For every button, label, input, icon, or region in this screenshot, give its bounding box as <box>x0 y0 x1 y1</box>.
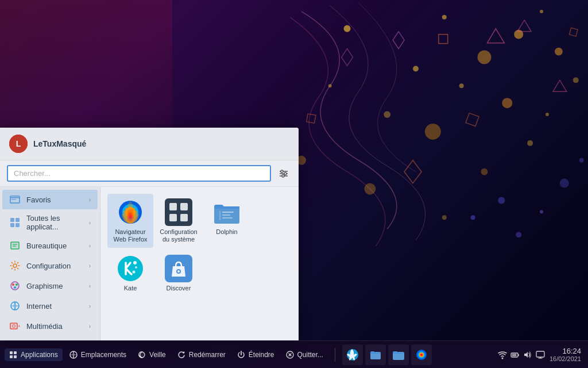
svg-point-90 <box>177 270 180 273</box>
svg-point-53 <box>13 264 17 267</box>
sidebar-item-all-apps[interactable]: Toutes les applicat... › <box>2 210 98 235</box>
svg-point-9 <box>384 111 390 118</box>
menu-apps-grid: Navigateur Web Firefox Configuration du … <box>100 187 299 340</box>
app-item-dolphin[interactable]: Dolphin <box>204 194 250 248</box>
quitter-button[interactable]: Quitter... <box>281 348 328 361</box>
sidebar-configuration-label: Configuration <box>26 262 83 270</box>
taskbar: Applications Emplacements Veille Redémar… <box>0 340 588 368</box>
applications-label: Applications <box>21 351 58 359</box>
sidebar-item-favoris[interactable]: Favoris › <box>2 190 98 209</box>
sidebar-item-multimedia[interactable]: Multimédia › <box>2 316 98 336</box>
favoris-arrow: › <box>89 197 91 203</box>
app-item-discover[interactable]: Discover <box>156 250 202 297</box>
svg-point-17 <box>573 77 579 83</box>
applications-button[interactable]: Applications <box>5 348 63 361</box>
menu-header: L LeTuxMasqué <box>0 128 299 160</box>
veille-label: Veille <box>149 351 166 359</box>
kicker-button[interactable] <box>342 344 363 365</box>
configuration-icon <box>9 260 21 271</box>
battery-tray-icon[interactable] <box>510 350 520 359</box>
sidebar-multimedia-label: Multimédia <box>26 322 83 331</box>
svg-point-55 <box>12 283 14 286</box>
app-item-kate[interactable]: Kate <box>107 250 153 297</box>
menu-search-bar <box>0 160 299 187</box>
kate-app-icon <box>117 255 144 282</box>
svg-rect-22 <box>569 28 578 36</box>
svg-rect-111 <box>512 354 516 356</box>
svg-rect-112 <box>536 351 544 357</box>
sidebar-item-bureautique[interactable]: Bureautique › <box>2 236 98 255</box>
svg-point-87 <box>133 271 136 274</box>
svg-rect-82 <box>222 214 230 216</box>
system-settings-app-label: Configuration du système <box>158 228 199 243</box>
taskbar-clock[interactable]: 16:24 16/02/2021 <box>550 347 581 362</box>
svg-point-0 <box>344 25 351 32</box>
taskbar-separator-1 <box>335 348 335 362</box>
veille-button[interactable]: Veille <box>133 348 171 361</box>
dolphin-app-icon <box>213 198 241 226</box>
svg-point-5 <box>413 66 419 71</box>
svg-rect-21 <box>439 34 448 44</box>
svg-point-34 <box>579 158 584 163</box>
discover-app-icon <box>165 255 192 282</box>
internet-arrow: › <box>89 303 91 309</box>
svg-point-56 <box>16 283 18 286</box>
app-item-system-settings[interactable]: Configuration du système <box>156 194 202 248</box>
sidebar-item-graphisme[interactable]: Graphisme › <box>2 276 98 296</box>
volume-tray-icon[interactable] <box>523 350 532 359</box>
sidebar-internet-label: Internet <box>26 302 83 310</box>
files-button[interactable] <box>365 344 386 365</box>
svg-rect-24 <box>466 113 479 126</box>
sidebar-item-configuration[interactable]: Configuration › <box>2 256 98 275</box>
network-tray-icon[interactable] <box>498 350 507 359</box>
graphisme-icon <box>9 280 21 292</box>
svg-marker-28 <box>404 160 421 183</box>
svg-point-33 <box>560 179 569 188</box>
svg-text:L: L <box>16 139 21 148</box>
favoris-icon <box>9 194 21 205</box>
svg-point-108 <box>501 357 503 359</box>
firefox-app-label: Navigateur Web Firefox <box>110 228 151 243</box>
svg-point-86 <box>135 266 137 269</box>
user-name: LeTuxMasqué <box>33 139 86 148</box>
system-settings-app-icon <box>165 198 192 226</box>
screen-tray-icon[interactable] <box>536 350 545 359</box>
sidebar-item-internet[interactable]: Internet › <box>2 296 98 316</box>
sidebar-bureautique-label: Bureautique <box>26 241 83 250</box>
svg-marker-23 <box>393 32 404 49</box>
svg-point-57 <box>14 286 16 289</box>
firefox-taskbar-button[interactable] <box>411 344 432 365</box>
svg-point-42 <box>282 175 284 177</box>
emplacements-button[interactable]: Emplacements <box>65 348 131 361</box>
svg-point-1 <box>442 15 447 20</box>
svg-point-8 <box>502 98 512 108</box>
kate-app-label: Kate <box>124 285 137 292</box>
svg-rect-81 <box>222 212 234 213</box>
taskbar-left: Applications Emplacements Veille Redémar… <box>0 348 332 361</box>
svg-rect-60 <box>10 323 17 329</box>
search-input[interactable] <box>7 165 271 182</box>
svg-point-16 <box>546 113 549 116</box>
app-item-firefox[interactable]: Navigateur Web Firefox <box>107 194 153 248</box>
svg-rect-75 <box>169 203 177 210</box>
sidebar-item-systeme[interactable]: Système › <box>2 336 98 340</box>
svg-rect-110 <box>518 354 519 356</box>
svg-rect-83 <box>222 217 233 218</box>
dolphin-taskbar-button[interactable] <box>388 344 409 365</box>
bureautique-icon <box>9 240 21 251</box>
graphisme-arrow: › <box>89 283 91 289</box>
svg-point-13 <box>481 168 488 175</box>
svg-marker-61 <box>18 325 20 327</box>
multimedia-icon <box>9 320 21 332</box>
redemarrer-button[interactable]: Redémarrer <box>173 348 230 361</box>
eteindre-button[interactable]: Éteindre <box>233 348 279 361</box>
svg-rect-91 <box>10 351 13 354</box>
svg-point-14 <box>364 183 376 195</box>
svg-rect-94 <box>14 355 17 358</box>
allapps-arrow: › <box>89 220 91 226</box>
svg-rect-45 <box>11 199 16 200</box>
svg-rect-46 <box>10 218 14 222</box>
filter-button[interactable] <box>276 166 292 182</box>
svg-rect-44 <box>10 197 20 198</box>
menu-sidebar: Favoris › Toutes les applicat... › <box>0 187 100 340</box>
